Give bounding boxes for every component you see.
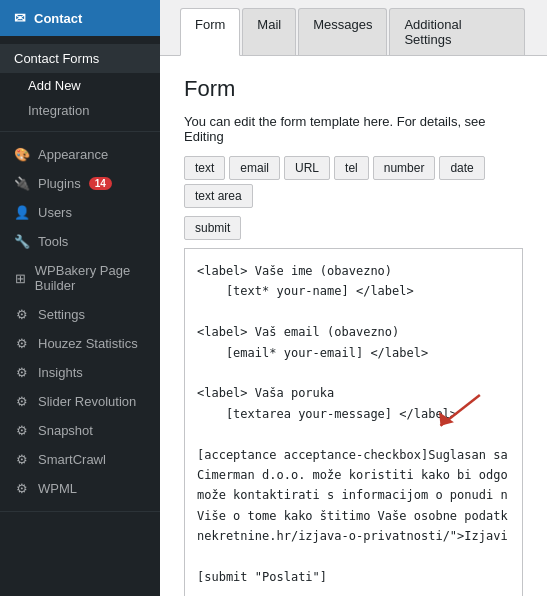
sidebar-item-appearance[interactable]: 🎨 Appearance (0, 140, 160, 169)
sidebar-item-slider-revolution[interactable]: ⚙ Slider Revolution (0, 387, 160, 416)
settings-icon: ⚙ (14, 307, 30, 322)
help-text: You can edit the form template here. For… (184, 114, 523, 144)
sidebar-header-label: Contact (34, 11, 82, 26)
form-code-line-2: [text* your-name] </label> (197, 281, 510, 301)
form-code-line-8: Cimerman d.o.o. može koristiti kako bi o… (197, 465, 510, 485)
tab-messages[interactable]: Messages (298, 8, 387, 55)
users-icon: 👤 (14, 205, 30, 220)
sidebar-main-section: 🎨 Appearance 🔌 Plugins 14 👤 Users 🔧 Tool… (0, 132, 160, 512)
sidebar-item-contact-forms[interactable]: Contact Forms (0, 44, 160, 73)
insights-icon: ⚙ (14, 365, 30, 380)
tab-form[interactable]: Form (180, 8, 240, 56)
wpml-icon: ⚙ (14, 481, 30, 496)
tag-btn-number[interactable]: number (373, 156, 436, 180)
tag-btn-url[interactable]: URL (284, 156, 330, 180)
wpbakery-icon: ⊞ (14, 271, 27, 286)
sidebar-item-tools[interactable]: 🔧 Tools (0, 227, 160, 256)
sidebar-item-wpbakery[interactable]: ⊞ WPBakery Page Builder (0, 256, 160, 300)
tag-buttons-row: text email URL tel number date text area (184, 156, 523, 208)
form-code-line-1: <label> Vaše ime (obavezno) (197, 261, 510, 281)
contact-icon: ✉ (14, 10, 26, 26)
tag-btn-date[interactable]: date (439, 156, 484, 180)
sidebar-item-integration[interactable]: Integration (0, 98, 160, 123)
form-code-line-10: Više o tome kako štitimo Vaše osobne pod… (197, 506, 510, 526)
tag-buttons-row2: submit (184, 216, 523, 240)
smartcrawl-icon: ⚙ (14, 452, 30, 467)
tag-btn-text[interactable]: text (184, 156, 225, 180)
plugins-icon: 🔌 (14, 176, 30, 191)
form-code-line-11: nekretnine.hr/izjava-o-privatnosti/">Izj… (197, 526, 510, 546)
sidebar-header: ✉ Contact (0, 0, 160, 36)
tag-btn-tel[interactable]: tel (334, 156, 369, 180)
tab-additional-settings[interactable]: Additional Settings (389, 8, 525, 55)
form-code-line-3: <label> Vaš email (obavezno) (197, 322, 510, 342)
sidebar-contact-section: Contact Forms Add New Integration (0, 36, 160, 132)
sidebar-item-settings[interactable]: ⚙ Settings (0, 300, 160, 329)
snapshot-icon: ⚙ (14, 423, 30, 438)
form-code-line-7: [acceptance acceptance-checkbox]Suglasan… (197, 445, 510, 465)
form-code-line-6: [textarea your-message] </label> (197, 404, 510, 424)
sidebar-item-plugins[interactable]: 🔌 Plugins 14 (0, 169, 160, 198)
tag-btn-submit[interactable]: submit (184, 216, 241, 240)
content-area: Form You can edit the form template here… (160, 56, 547, 596)
sidebar-item-snapshot[interactable]: ⚙ Snapshot (0, 416, 160, 445)
plugins-badge: 14 (89, 177, 112, 190)
form-code-line-4: [email* your-email] </label> (197, 343, 510, 363)
tab-mail[interactable]: Mail (242, 8, 296, 55)
sidebar: ✉ Contact Contact Forms Add New Integrat… (0, 0, 160, 596)
sidebar-item-insights[interactable]: ⚙ Insights (0, 358, 160, 387)
houzez-icon: ⚙ (14, 336, 30, 351)
page-title: Form (184, 76, 523, 102)
tabs-bar: Form Mail Messages Additional Settings (160, 0, 547, 56)
contact-forms-label: Contact Forms (14, 51, 99, 66)
tag-btn-email[interactable]: email (229, 156, 280, 180)
sidebar-item-wpml[interactable]: ⚙ WPML (0, 474, 160, 503)
tools-icon: 🔧 (14, 234, 30, 249)
appearance-icon: 🎨 (14, 147, 30, 162)
sidebar-item-smartcrawl[interactable]: ⚙ SmartCrawl (0, 445, 160, 474)
form-code-line-5: <label> Vaša poruka (197, 383, 510, 403)
form-code-line-9: može kontaktirati s informacijom o ponud… (197, 485, 510, 505)
slider-icon: ⚙ (14, 394, 30, 409)
main-content: Form Mail Messages Additional Settings F… (160, 0, 547, 596)
tag-btn-textarea[interactable]: text area (184, 184, 253, 208)
sidebar-item-users[interactable]: 👤 Users (0, 198, 160, 227)
form-code-line-12: [submit "Poslati"] (197, 567, 510, 587)
sidebar-item-add-new[interactable]: Add New (0, 73, 160, 98)
sidebar-item-houzez-statistics[interactable]: ⚙ Houzez Statistics (0, 329, 160, 358)
form-editor[interactable]: <label> Vaše ime (obavezno) [text* your-… (184, 248, 523, 596)
